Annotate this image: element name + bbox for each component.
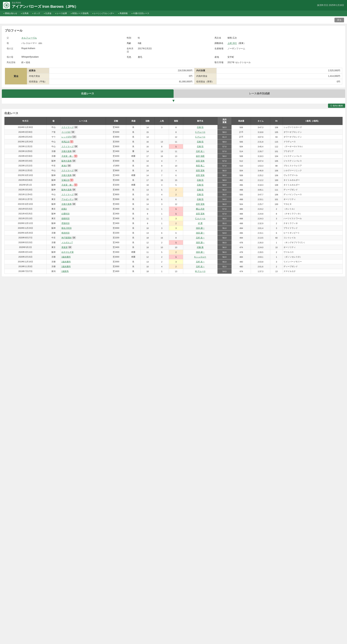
jockey-link[interactable]: 岩田 望来 bbox=[196, 160, 205, 162]
race-name-cell[interactable]: 天皇賞（春）GI bbox=[60, 154, 106, 158]
jockey-cell[interactable]: 石橋 悟 bbox=[183, 125, 217, 130]
nav-item-calendar[interactable]: ●レーシングカレンダー bbox=[90, 10, 116, 16]
nav-item-race-result[interactable]: ●レース結果 bbox=[53, 10, 69, 16]
jockey-cell[interactable]: 北村 友一 bbox=[183, 149, 217, 154]
race-link[interactable]: 京都大賞典 bbox=[61, 150, 72, 152]
jockey-cell[interactable]: C.デムーロ bbox=[183, 130, 217, 134]
jockey-cell[interactable]: 横山 武史 bbox=[183, 206, 217, 212]
jockey-link[interactable]: 池添 謙一 bbox=[196, 232, 205, 234]
race-name-cell[interactable]: 京都大賞典GII bbox=[60, 173, 106, 178]
jockey-cell[interactable]: 石橋 悟 bbox=[183, 192, 217, 197]
jockey-cell[interactable]: 和田 竜二 bbox=[183, 164, 217, 168]
race-link[interactable]: ドバイGC bbox=[61, 131, 71, 133]
jockey-cell[interactable]: 石橋 悟 bbox=[183, 197, 217, 202]
jockey-link[interactable]: 北村 友一 bbox=[196, 150, 205, 152]
jockey-link[interactable]: 池添 謙一 bbox=[196, 251, 205, 253]
jockey-cell[interactable]: 坂井 瑠星 bbox=[183, 154, 217, 158]
race-name-cell[interactable]: メルボルンT bbox=[60, 240, 106, 245]
jockey-link[interactable]: M.デムーロ bbox=[195, 270, 205, 272]
jockey-cell[interactable]: M.デムーロ bbox=[183, 269, 217, 274]
jockey-cell[interactable]: 岩田 望来 bbox=[183, 158, 217, 164]
jockey-cell[interactable]: 石橋 悟 bbox=[183, 182, 217, 188]
race-link[interactable]: ステイヤーズ bbox=[61, 126, 74, 128]
jockey-link[interactable]: 石橋 悟 bbox=[197, 184, 203, 186]
race-name-cell[interactable]: 京都大賞典GII bbox=[60, 149, 106, 154]
jockey-link[interactable]: 石橋 悟 bbox=[197, 179, 203, 181]
nav-item-haraimodoshi[interactable]: ●払戻金 bbox=[42, 10, 53, 16]
race-name-cell[interactable]: ステイヤーズGII bbox=[60, 144, 106, 149]
jockey-cell[interactable]: 岩田 望来 bbox=[183, 202, 217, 206]
jockey-cell[interactable]: 岩田 望来 bbox=[183, 173, 217, 178]
race-name-cell[interactable]: 鳴滝特別 bbox=[60, 230, 106, 236]
race-link[interactable]: ステイヤーズ bbox=[61, 193, 74, 196]
jockey-cell[interactable]: 北村 友一 bbox=[183, 264, 217, 269]
father-link[interactable]: オルフェーヴル bbox=[21, 36, 37, 39]
jockey-link[interactable]: 岩田 望来 bbox=[196, 203, 205, 205]
race-link[interactable]: 青葉賞 bbox=[61, 246, 67, 248]
race-name-cell[interactable]: 箱根特別 bbox=[60, 216, 106, 221]
race-link[interactable]: 白鷺特別 bbox=[61, 212, 69, 215]
race-name-cell[interactable]: ステイヤーズGII bbox=[60, 168, 106, 173]
jockey-link[interactable]: 岩田 望来 bbox=[196, 169, 205, 172]
race-link[interactable]: 京都大賞典 bbox=[61, 174, 72, 176]
jockey-cell[interactable]: C.ルメール bbox=[183, 216, 217, 221]
race-name-cell[interactable]: 東海SGII bbox=[60, 164, 106, 168]
race-link[interactable]: ステイヤーズ bbox=[61, 169, 74, 172]
race-link[interactable]: 3歳未勝利 bbox=[61, 256, 71, 258]
jockey-link[interactable]: 北村 友一 bbox=[196, 260, 205, 263]
race-link[interactable]: 阪神大賞典 bbox=[61, 188, 72, 191]
race-link[interactable]: 2歳未勝利 bbox=[61, 265, 71, 268]
jockey-cell[interactable]: 岩田 望来 bbox=[183, 168, 217, 173]
jockey-link[interactable]: 岩田 望来 bbox=[196, 212, 205, 215]
trainer-link[interactable]: 上村 洋行 bbox=[227, 42, 237, 44]
race-link[interactable]: ゆきやなぎ賞 bbox=[61, 251, 74, 253]
jockey-link[interactable]: 坂井 瑠星 bbox=[196, 155, 205, 157]
race-link[interactable]: 鳴滝特別 bbox=[61, 232, 69, 234]
tab-race-conditions[interactable]: レース条件別成績 bbox=[174, 89, 345, 98]
nav-item-baba[interactable]: ●馬場情報 bbox=[116, 10, 129, 16]
race-link[interactable]: 阪神大賞典 bbox=[61, 160, 72, 162]
race-link[interactable]: 東海S bbox=[61, 164, 67, 167]
race-name-cell[interactable]: 白鷺特別 bbox=[60, 212, 106, 216]
jockey-cell[interactable]: 北村 友一 bbox=[183, 236, 217, 240]
race-link[interactable]: 堺港特別 bbox=[61, 222, 69, 224]
race-link[interactable]: 2歳未勝利 bbox=[61, 260, 71, 263]
race-name-cell[interactable]: レッドSTHGIII bbox=[60, 134, 106, 140]
nav-item-chuumoku[interactable]: ●今週の注目レース bbox=[129, 10, 151, 16]
jockey-link[interactable]: 和田 竜二 bbox=[196, 164, 205, 167]
jockey-cell[interactable]: 池添 謙一 bbox=[183, 240, 217, 245]
jockey-link[interactable]: 石橋 悟 bbox=[197, 126, 203, 128]
jockey-link[interactable]: 石橋 悟 bbox=[197, 188, 203, 191]
race-link[interactable]: 天皇賞（春） bbox=[61, 155, 74, 157]
nav-item-special-race[interactable]: ●特別レース登録馬 bbox=[69, 10, 90, 16]
race-link[interactable]: 箱根特別 bbox=[61, 217, 69, 220]
race-link[interactable]: メルボルンT bbox=[61, 241, 73, 244]
race-name-cell[interactable]: 青葉賞GII bbox=[60, 245, 106, 250]
race-link[interactable]: レッドSTH bbox=[61, 136, 72, 138]
race-name-cell[interactable]: ステイヤーズGII bbox=[60, 192, 106, 197]
jockey-link[interactable]: 石橋 悟 bbox=[197, 193, 203, 196]
race-link[interactable]: 猪名川特別 bbox=[61, 227, 72, 229]
nav-item-odds[interactable]: ●オッズ bbox=[30, 10, 42, 16]
race-name-cell[interactable]: 3歳未勝利 bbox=[60, 254, 106, 260]
jockey-cell[interactable]: 武藤 雅 bbox=[183, 245, 217, 250]
race-link[interactable]: 緑風S bbox=[61, 208, 67, 210]
race-name-cell[interactable]: 宝塚記念GI bbox=[60, 178, 106, 182]
race-name-cell[interactable]: アルゼンチンGII bbox=[60, 197, 106, 202]
jockey-cell[interactable]: 池添 謙一 bbox=[183, 250, 217, 254]
nav-item-kaisan[interactable]: ●開催お知らせ bbox=[1, 10, 19, 16]
jockey-link[interactable]: 岩田 望来 bbox=[196, 174, 205, 176]
race-name-cell[interactable]: ステイヤーズGII bbox=[60, 125, 106, 130]
race-link[interactable]: 有馬記念 bbox=[61, 140, 69, 143]
jockey-link[interactable]: 石橋 悟 bbox=[197, 145, 203, 148]
race-name-cell[interactable]: 阪神大賞典GII bbox=[60, 158, 106, 164]
jockey-cell[interactable]: 岩田 望来 bbox=[183, 212, 217, 216]
race-link[interactable]: ステイヤーズ bbox=[61, 145, 74, 148]
jockey-cell[interactable]: A.シュタルケ bbox=[183, 254, 217, 260]
race-name-cell[interactable]: 2歳未勝利 bbox=[60, 260, 106, 264]
race-link[interactable]: アルゼンチン bbox=[61, 198, 74, 200]
race-name-cell[interactable]: 2歳新馬 bbox=[60, 269, 106, 274]
jockey-link[interactable]: 北村 友一 bbox=[196, 265, 205, 268]
back-button[interactable]: 戻る bbox=[335, 18, 344, 22]
jockey-cell[interactable]: C.デムーロ bbox=[183, 134, 217, 140]
